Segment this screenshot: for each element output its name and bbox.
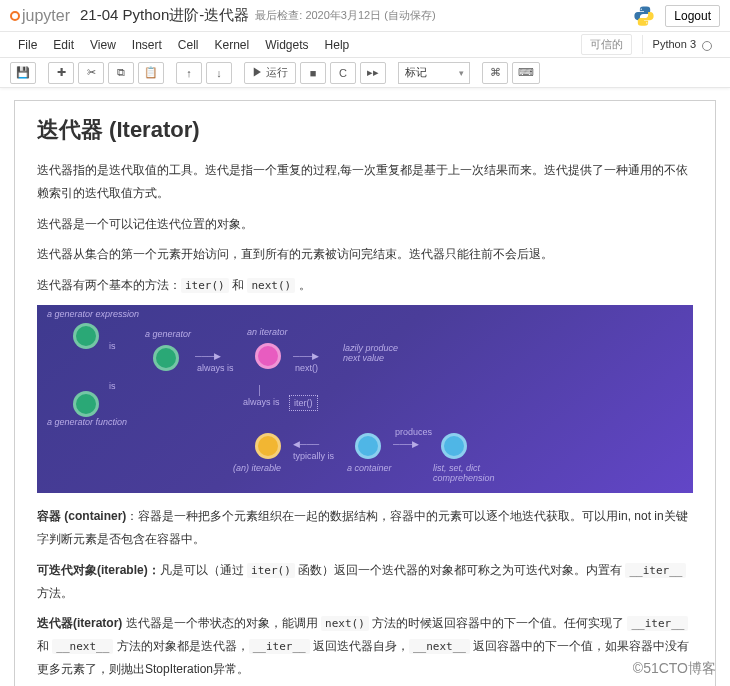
cut-button[interactable]: ✂ [78,62,104,84]
logout-button[interactable]: Logout [665,5,720,27]
paste-button[interactable]: 📋 [138,62,164,84]
restart-button[interactable]: C [330,62,356,84]
diagram-node [255,433,281,459]
menu-cell[interactable]: Cell [170,34,207,56]
diagram-node [255,343,281,369]
run-button[interactable]: ▶ 运行 [244,62,296,84]
menu-help[interactable]: Help [317,34,358,56]
menu-view[interactable]: View [82,34,124,56]
menu-file[interactable]: File [10,34,45,56]
notebook-name[interactable]: 21-04 Python进阶-迭代器 [80,6,249,25]
diagram-node [153,345,179,371]
trusted-indicator[interactable]: 可信的 [581,34,632,55]
kernel-idle-icon [702,41,712,51]
paragraph: 可迭代对象(iterable)：凡是可以（通过 iter() 函数）返回一个迭代… [37,559,693,605]
paragraph: 迭代器有两个基本的方法：iter() 和 next() 。 [37,274,693,297]
heading-iterator: 迭代器 (Iterator) [37,115,693,145]
save-button[interactable]: 💾 [10,62,36,84]
markdown-cell[interactable]: 迭代器 (Iterator) 迭代器指的是迭代取值的工具。迭代是指一个重复的过程… [14,100,716,686]
move-down-button[interactable]: ↓ [206,62,232,84]
notebook-header: jupyter 21-04 Python进阶-迭代器 最后检查: 2020年3月… [0,0,730,32]
cell-type-select[interactable]: 标记 [398,62,470,84]
paragraph: 迭代器是一个可以记住迭代位置的对象。 [37,213,693,236]
watermark: ©51CTO博客 [633,660,716,678]
menubar: File Edit View Insert Cell Kernel Widget… [0,32,730,58]
keyboard-button[interactable]: ⌨ [512,62,540,84]
menu-insert[interactable]: Insert [124,34,170,56]
paragraph: 迭代器指的是迭代取值的工具。迭代是指一个重复的过程,每一次重复都是基于上一次结果… [37,159,693,205]
menu-widgets[interactable]: Widgets [257,34,316,56]
copy-button[interactable]: ⧉ [108,62,134,84]
toolbar: 💾 ✚ ✂ ⧉ 📋 ↑ ↓ ▶ 运行 ■ C ▸▸ 标记 ⌘ ⌨ [0,58,730,88]
paragraph: 迭代器从集合的第一个元素开始访问，直到所有的元素被访问完结束。迭代器只能往前不会… [37,243,693,266]
diagram-node [355,433,381,459]
checkpoint-status: 最后检查: 2020年3月12日 (自动保存) [255,8,435,23]
diagram-node [73,391,99,417]
command-palette-button[interactable]: ⌘ [482,62,508,84]
jupyter-logo[interactable]: jupyter [10,7,70,25]
iterator-diagram: a generator expression is a generator ──… [37,305,693,493]
interrupt-button[interactable]: ■ [300,62,326,84]
run-all-button[interactable]: ▸▸ [360,62,386,84]
notebook-container: 迭代器 (Iterator) 迭代器指的是迭代取值的工具。迭代是指一个重复的过程… [0,88,730,686]
python-logo-icon [633,5,655,27]
kernel-indicator[interactable]: Python 3 [642,35,720,53]
move-up-button[interactable]: ↑ [176,62,202,84]
paragraph: 迭代器(iterator) 迭代器是一个带状态的对象，能调用 next() 方法… [37,612,693,681]
menu-edit[interactable]: Edit [45,34,82,56]
add-cell-button[interactable]: ✚ [48,62,74,84]
paragraph: 容器 (container)：容器是一种把多个元素组织在一起的数据结构，容器中的… [37,505,693,551]
diagram-node [73,323,99,349]
diagram-node [441,433,467,459]
menu-kernel[interactable]: Kernel [207,34,258,56]
